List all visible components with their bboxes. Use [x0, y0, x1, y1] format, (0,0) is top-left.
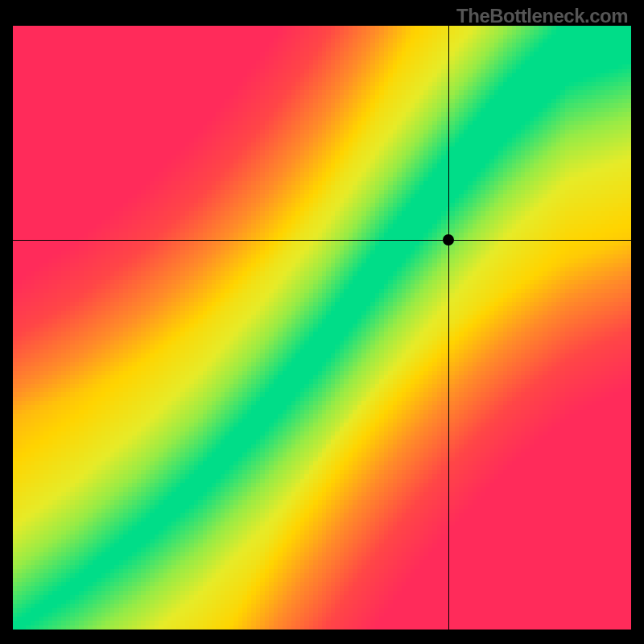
crosshair-marker: [443, 234, 454, 246]
crosshair-vertical: [448, 26, 449, 630]
chart-frame: [13, 26, 631, 630]
crosshair-horizontal: [13, 240, 631, 241]
heatmap-canvas: [13, 26, 631, 630]
watermark-text: TheBottleneck.com: [456, 5, 628, 27]
